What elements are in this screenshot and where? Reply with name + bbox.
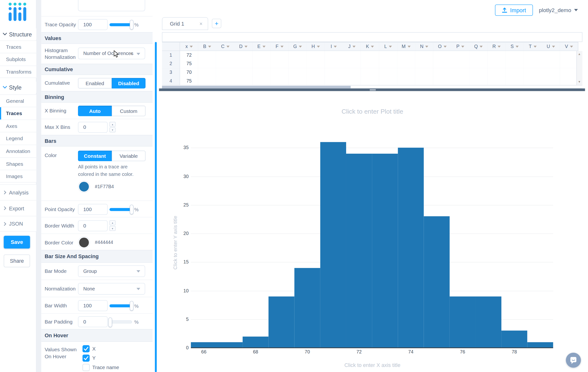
bar-padding-input[interactable]: 0	[78, 316, 108, 327]
scrollbar-thumb[interactable]	[162, 86, 350, 89]
histogram-bar[interactable]	[398, 148, 424, 348]
grid-cell-empty[interactable]	[379, 51, 397, 60]
grid-cell-empty[interactable]	[270, 60, 289, 69]
grid-cell-x[interactable]: 75	[180, 60, 199, 69]
grid-horizontal-scrollbar[interactable]	[162, 85, 582, 89]
tab-grid-1[interactable]: Grid 1 ×	[162, 17, 208, 30]
border-color-swatch[interactable]	[79, 238, 89, 247]
spinner-up-button[interactable]: ▲	[110, 220, 116, 225]
column-header-B[interactable]: B	[198, 42, 217, 51]
grid-cell-empty[interactable]	[234, 60, 253, 69]
grid-cell-empty[interactable]	[343, 60, 361, 69]
scroll-down-icon[interactable]: ▼	[578, 80, 581, 83]
column-filter-caret-icon[interactable]	[408, 46, 410, 48]
grid-cell-empty[interactable]	[270, 76, 289, 85]
grid-cell-empty[interactable]	[452, 60, 470, 69]
grid-cell-empty[interactable]	[433, 51, 452, 60]
grid-cell-empty[interactable]	[325, 76, 343, 85]
grid-cell-x[interactable]: 75	[180, 76, 199, 85]
grid-cell-empty[interactable]	[560, 60, 578, 69]
column-header-E[interactable]: E	[252, 42, 271, 51]
x-axis-title-placeholder[interactable]: Click to enter X axis title	[316, 362, 429, 368]
grid-cell-empty[interactable]	[288, 68, 307, 77]
column-header-R[interactable]: R	[488, 42, 506, 51]
bar-width-input[interactable]: 100	[78, 300, 108, 311]
sidebar-item-general[interactable]: General	[0, 94, 36, 107]
grid-cell-empty[interactable]	[325, 68, 343, 77]
point-opacity-input[interactable]: 100	[78, 204, 108, 215]
x-binning-auto-button[interactable]: Auto	[78, 106, 112, 116]
grid-cell-empty[interactable]	[452, 76, 470, 85]
grid-cell-empty[interactable]	[252, 68, 271, 77]
share-button[interactable]: Share	[4, 255, 30, 267]
column-header-P[interactable]: P	[452, 42, 470, 51]
border-width-input[interactable]: 0	[78, 220, 108, 231]
column-header-J[interactable]: J	[343, 42, 361, 51]
column-filter-caret-icon[interactable]	[334, 46, 337, 48]
trace-opacity-input[interactable]: 100	[78, 19, 108, 30]
grid-cell-empty[interactable]	[524, 60, 542, 69]
trace-opacity-slider[interactable]	[110, 23, 132, 26]
column-filter-caret-icon[interactable]	[570, 46, 573, 48]
clipped-top-input[interactable]	[78, 0, 145, 11]
slider-thumb[interactable]	[130, 301, 134, 311]
import-button[interactable]: Import	[495, 5, 533, 16]
histogram-bar[interactable]	[346, 154, 372, 348]
column-filter-caret-icon[interactable]	[262, 46, 265, 48]
point-opacity-slider[interactable]	[110, 208, 132, 211]
grid-cell-x[interactable]: 70	[180, 68, 199, 77]
grid-cell-empty[interactable]	[470, 68, 488, 77]
column-header-K[interactable]: K	[361, 42, 379, 51]
grid-cell-empty[interactable]	[415, 60, 433, 69]
grid-cell-empty[interactable]	[452, 51, 470, 60]
grid-cell-empty[interactable]	[306, 68, 325, 77]
sidebar-item-transforms[interactable]: Transforms	[0, 66, 36, 78]
grid-cell-empty[interactable]	[524, 51, 542, 60]
grid-cell-empty[interactable]	[343, 68, 361, 77]
sidebar-item-subplots[interactable]: Subplots	[0, 53, 36, 66]
grid-cell-empty[interactable]	[470, 51, 488, 60]
spinner-up-button[interactable]: ▲	[110, 122, 116, 127]
column-header-O[interactable]: O	[433, 42, 452, 51]
grid-cell-empty[interactable]	[560, 68, 578, 77]
column-header-I[interactable]: I	[325, 42, 343, 51]
grid-cell-empty[interactable]	[379, 76, 397, 85]
grid-cell-empty[interactable]	[415, 76, 433, 85]
spinner-down-button[interactable]: ▼	[110, 226, 116, 231]
grid-cell-empty[interactable]	[397, 51, 415, 60]
grid-cell-empty[interactable]	[198, 68, 217, 77]
grid-cell-empty[interactable]	[397, 68, 415, 77]
column-header-D[interactable]: D	[234, 42, 253, 51]
grid-cell-empty[interactable]	[433, 60, 452, 69]
grid-cell-empty[interactable]	[198, 60, 217, 69]
column-header-T[interactable]: T	[524, 42, 542, 51]
column-header-F[interactable]: F	[270, 42, 289, 51]
column-filter-caret-icon[interactable]	[534, 46, 536, 48]
histogram-bar[interactable]	[475, 297, 501, 348]
grid-cell-empty[interactable]	[306, 76, 325, 85]
grid-cell-empty[interactable]	[288, 60, 307, 69]
column-filter-caret-icon[interactable]	[371, 46, 374, 48]
histogram-bar[interactable]	[268, 297, 294, 348]
bar-mode-dropdown[interactable]: Group	[78, 265, 145, 277]
column-filter-caret-icon[interactable]	[299, 46, 302, 48]
grid-cell-empty[interactable]	[470, 60, 488, 69]
grid-cell-empty[interactable]	[216, 51, 235, 60]
histogram-bar[interactable]	[217, 342, 242, 348]
grid-cell-empty[interactable]	[433, 76, 452, 85]
column-header-L[interactable]: L	[379, 42, 397, 51]
histogram-bar[interactable]	[372, 154, 398, 348]
histogram-bar[interactable]	[527, 342, 553, 348]
grid-cell-empty[interactable]	[234, 68, 253, 77]
max-x-bins-input[interactable]: 0	[78, 122, 108, 133]
grid-cell-empty[interactable]	[560, 51, 578, 60]
x-binning-custom-button[interactable]: Custom	[112, 106, 146, 116]
column-header-V[interactable]: V	[560, 42, 578, 51]
grid-cell-empty[interactable]	[452, 68, 470, 77]
histogram-bar[interactable]	[501, 331, 527, 348]
column-filter-caret-icon[interactable]	[226, 46, 229, 48]
grid-cell-empty[interactable]	[198, 76, 217, 85]
column-filter-caret-icon[interactable]	[352, 46, 355, 48]
hover-trace-name-checkbox[interactable]	[83, 364, 90, 371]
column-filter-caret-icon[interactable]	[515, 46, 518, 48]
